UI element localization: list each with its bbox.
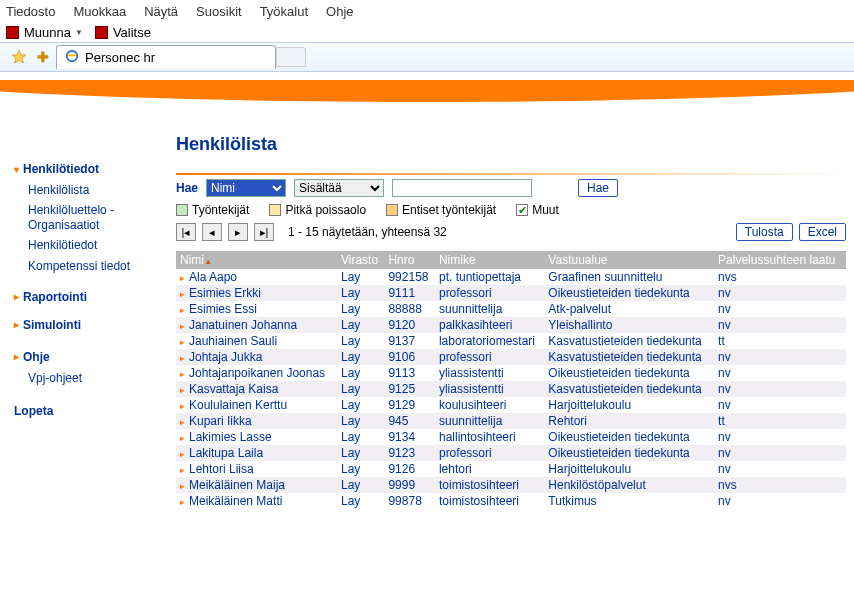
new-tab-button[interactable] — [276, 47, 306, 67]
checkbox-icon — [386, 204, 398, 216]
table-row[interactable]: ▸Jauhiainen SauliLay9137laboratoriomesta… — [176, 333, 846, 349]
table-row[interactable]: ▸Kasvattaja KaisaLay9125yliassistenttiKa… — [176, 381, 846, 397]
cell-vastuualue: Atk-palvelut — [544, 301, 714, 317]
table-row[interactable]: ▸Lakimies LasseLay9134hallintosihteeriOi… — [176, 429, 846, 445]
cell-virasto: Lay — [337, 317, 384, 333]
filter-check-3[interactable]: ✔Muut — [516, 203, 559, 217]
row-arrow-icon: ▸ — [180, 497, 185, 507]
sidebar-section-raportointi[interactable]: ▸Raportointi — [14, 286, 160, 308]
table-row[interactable]: ▸Ala AapoLay992158pt. tuntiopettajaGraaf… — [176, 269, 846, 285]
cell-vastuualue: Graafinen suunnittelu — [544, 269, 714, 285]
cell-vastuualue: Kasvatustieteiden tiedekunta — [544, 381, 714, 397]
col-virasto[interactable]: Virasto — [337, 251, 384, 269]
col-nimi[interactable]: Nimi▴ — [176, 251, 337, 269]
cell-vastuualue: Henkilöstöpalvelut — [544, 477, 714, 493]
cell-laatu: tt — [714, 413, 846, 429]
cell-hnro: 9123 — [384, 445, 435, 461]
add-favorite-icon[interactable]: ✚ — [34, 48, 52, 66]
cell-virasto: Lay — [337, 461, 384, 477]
search-field-select[interactable]: Nimi — [206, 179, 286, 197]
table-row[interactable]: ▸Lehtori LiisaLay9126lehtoriHarjoitteluk… — [176, 461, 846, 477]
cell-nimike: professori — [435, 445, 544, 461]
cell-laatu: nvs — [714, 269, 846, 285]
cell-name: Janatuinen Johanna — [189, 318, 297, 332]
cell-hnro: 945 — [384, 413, 435, 429]
row-arrow-icon: ▸ — [180, 337, 185, 347]
sidebar-item-henkiloluettelo[interactable]: Henkilöluettelo - Organisaatiot — [14, 200, 160, 235]
sidebar-item-kompetenssi[interactable]: Kompetenssi tiedot — [14, 256, 160, 276]
cell-nimike: pt. tuntiopettaja — [435, 269, 544, 285]
excel-button[interactable]: Excel — [799, 223, 846, 241]
table-row[interactable]: ▸Esimies EssiLay88888suunnittelijaAtk-pa… — [176, 301, 846, 317]
table-row[interactable]: ▸Esimies ErkkiLay9111professoriOikeustie… — [176, 285, 846, 301]
filter-check-0[interactable]: Työntekijät — [176, 203, 249, 217]
cell-name: Meikäläinen Matti — [189, 494, 282, 508]
search-input[interactable] — [392, 179, 532, 197]
table-row[interactable]: ▸Koululainen KerttuLay9129koulusihteeriH… — [176, 397, 846, 413]
search-mode-select[interactable]: Sisältää — [294, 179, 384, 197]
favorite-star-icon[interactable] — [10, 48, 28, 66]
pager-last[interactable]: ▸| — [254, 223, 274, 241]
menu-help[interactable]: Ohje — [326, 4, 353, 19]
table-row[interactable]: ▸Kupari IikkaLay945suunnittelijaRehtorit… — [176, 413, 846, 429]
cell-virasto: Lay — [337, 381, 384, 397]
cell-laatu: nv — [714, 349, 846, 365]
sidebar-section-lopeta[interactable]: Lopeta — [14, 400, 160, 422]
divider — [176, 173, 846, 175]
cell-name: Lehtori Liisa — [189, 462, 254, 476]
cell-name: Kupari Iikka — [189, 414, 252, 428]
tab-personec-hr[interactable]: Personec hr — [56, 45, 276, 69]
col-nimike[interactable]: Nimike — [435, 251, 544, 269]
tab-strip: ✚ Personec hr — [0, 42, 854, 72]
table-header-row: Nimi▴ Virasto Hnro Nimike Vastuualue Pal… — [176, 251, 846, 269]
col-laatu[interactable]: Palvelussuhteen laatu — [714, 251, 846, 269]
menu-favorites[interactable]: Suosikit — [196, 4, 242, 19]
chevron-down-icon: ▼ — [75, 28, 83, 37]
table-row[interactable]: ▸Meikäläinen MattiLay99878toimistosihtee… — [176, 493, 846, 509]
sidebar-section-person[interactable]: ▾Henkilötiedot — [14, 158, 160, 180]
sidebar-section-simulointi[interactable]: ▸Simulointi — [14, 314, 160, 336]
table-row[interactable]: ▸Meikäläinen MaijaLay9999toimistosihteer… — [176, 477, 846, 493]
toolbar-convert[interactable]: Muunna▼ — [6, 25, 83, 40]
menu-view[interactable]: Näytä — [144, 4, 178, 19]
print-button[interactable]: Tulosta — [736, 223, 793, 241]
search-button[interactable]: Hae — [578, 179, 618, 197]
filter-checks: TyöntekijätPitkä poissaoloEntiset työnte… — [176, 203, 846, 217]
table-row[interactable]: ▸Johtajanpoikanen JoonasLay9113yliassist… — [176, 365, 846, 381]
cell-nimike: yliassistentti — [435, 365, 544, 381]
col-vastuualue[interactable]: Vastuualue — [544, 251, 714, 269]
row-arrow-icon: ▸ — [180, 433, 185, 443]
menu-tools[interactable]: Työkalut — [260, 4, 308, 19]
row-arrow-icon: ▸ — [180, 321, 185, 331]
cell-nimike: yliassistentti — [435, 381, 544, 397]
pager-prev[interactable]: ◂ — [202, 223, 222, 241]
filter-check-2[interactable]: Entiset työntekijät — [386, 203, 496, 217]
cell-laatu: nv — [714, 397, 846, 413]
menu-file[interactable]: Tiedosto — [6, 4, 55, 19]
cell-hnro: 9106 — [384, 349, 435, 365]
sidebar-item-henkilolista[interactable]: Henkilölista — [14, 180, 160, 200]
table-row[interactable]: ▸Lakitupa LailaLay9123professoriOikeusti… — [176, 445, 846, 461]
table-row[interactable]: ▸Janatuinen JohannaLay9120palkkasihteeri… — [176, 317, 846, 333]
sidebar-item-henkilotiedot[interactable]: Henkilötiedot — [14, 235, 160, 255]
person-table: Nimi▴ Virasto Hnro Nimike Vastuualue Pal… — [176, 251, 846, 509]
table-row[interactable]: ▸Johtaja JukkaLay9106professoriKasvatust… — [176, 349, 846, 365]
cell-name: Kasvattaja Kaisa — [189, 382, 278, 396]
menu-edit[interactable]: Muokkaa — [73, 4, 126, 19]
cell-nimike: professori — [435, 285, 544, 301]
sort-asc-icon: ▴ — [206, 256, 211, 266]
sidebar-item-vpj-ohjeet[interactable]: Vpj-ohjeet — [14, 368, 160, 388]
col-hnro[interactable]: Hnro — [384, 251, 435, 269]
cell-virasto: Lay — [337, 477, 384, 493]
pager-first[interactable]: |◂ — [176, 223, 196, 241]
filter-check-1[interactable]: Pitkä poissaolo — [269, 203, 366, 217]
pager-next[interactable]: ▸ — [228, 223, 248, 241]
check-label: Muut — [532, 203, 559, 217]
check-label: Pitkä poissaolo — [285, 203, 366, 217]
cell-virasto: Lay — [337, 349, 384, 365]
cell-nimike: professori — [435, 349, 544, 365]
toolbar-select[interactable]: Valitse — [95, 25, 151, 40]
sidebar-section-ohje[interactable]: ▸Ohje — [14, 346, 160, 368]
page-title: Henkilölista — [176, 134, 846, 155]
cell-name: Esimies Essi — [189, 302, 257, 316]
